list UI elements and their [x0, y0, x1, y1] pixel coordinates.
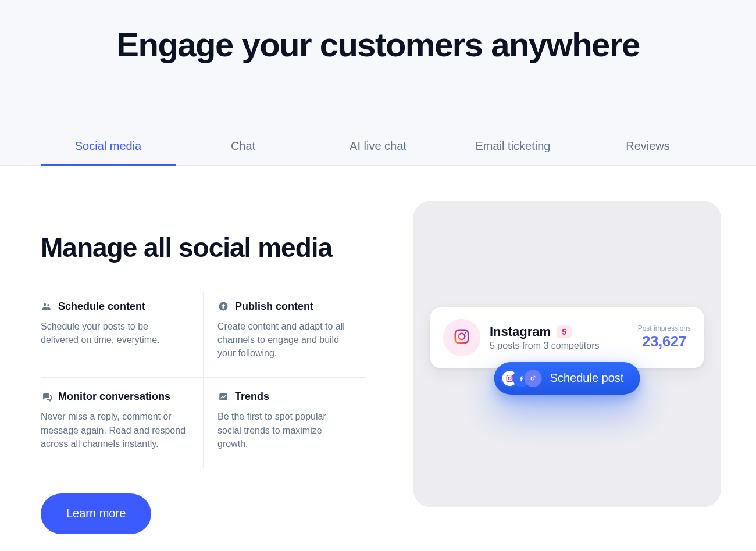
feature-schedule-content: Schedule content Schedule your posts to … [41, 292, 204, 378]
button-label: Learn more [66, 507, 126, 520]
svg-rect-4 [455, 330, 469, 344]
feature-title: Trends [235, 391, 269, 403]
chart-trend-icon [217, 391, 229, 403]
tab-social-media[interactable]: Social media [41, 127, 176, 165]
card-subtitle: 5 posts from 3 competitors [490, 341, 638, 351]
cta: Learn more [41, 493, 366, 534]
impressions-label: Post impressions [638, 324, 691, 332]
learn-more-button[interactable]: Learn more [41, 493, 151, 534]
tab-ai-live-chat[interactable]: AI live chat [311, 127, 445, 165]
feature-title: Monitor conversations [58, 391, 170, 403]
feature-desc: Schedule your posts to be delivered on t… [41, 320, 186, 346]
svg-point-1 [47, 304, 49, 306]
arrow-up-circle-icon [217, 300, 229, 312]
svg-point-9 [511, 376, 512, 377]
instagram-icon [453, 328, 470, 348]
channel-name: Instagram [490, 324, 551, 339]
section-title: Manage all social media [41, 232, 366, 263]
feature-publish-content: Publish content Create content and adapt… [204, 292, 366, 378]
svg-point-0 [44, 303, 47, 306]
schedule-post-button[interactable]: Schedule post [494, 362, 640, 395]
feature-title: Schedule content [58, 300, 145, 313]
feature-head: Trends [217, 391, 352, 403]
impressions-value: 23,627 [638, 332, 691, 350]
right-column: Instagram 5 5 posts from 3 competitors P… [413, 201, 721, 507]
svg-rect-7 [507, 375, 513, 381]
left-column: Manage all social media Schedule content… [41, 201, 366, 534]
channel-card: Instagram 5 5 posts from 3 competitors P… [430, 307, 704, 368]
feature-head: Schedule content [41, 300, 189, 313]
feature-desc: Be the first to spot popular social tren… [217, 410, 352, 450]
svg-point-8 [508, 377, 511, 380]
panel: Instagram 5 5 posts from 3 competitors P… [413, 201, 721, 507]
feature-head: Monitor conversations [41, 391, 189, 403]
content: Manage all social media Schedule content… [0, 166, 756, 551]
tab-email-ticketing[interactable]: Email ticketing [445, 127, 580, 165]
tab-reviews[interactable]: Reviews [580, 127, 715, 165]
count-badge: 5 [557, 325, 572, 338]
tab-label: Social media [75, 139, 142, 153]
tab-chat[interactable]: Chat [176, 127, 311, 165]
tab-label: Email ticketing [476, 139, 551, 153]
pill-label: Schedule post [550, 371, 624, 385]
feature-head: Publish content [217, 300, 352, 313]
features-grid: Schedule content Schedule your posts to … [41, 292, 366, 468]
tab-row: Social media Chat AI live chat Email tic… [41, 127, 715, 165]
content-inner: Manage all social media Schedule content… [41, 201, 715, 534]
chat-bubbles-icon [41, 391, 52, 403]
card-title-row: Instagram 5 [490, 324, 638, 339]
feature-title: Publish content [235, 300, 313, 313]
hero: Engage your customers anywhere Social me… [0, 0, 756, 166]
tiktok-icon [525, 370, 542, 387]
card-main: Instagram 5 5 posts from 3 competitors [490, 324, 638, 351]
card-right: Post impressions 23,627 [638, 324, 691, 350]
page-title: Engage your customers anywhere [87, 26, 669, 63]
feature-trends: Trends Be the first to spot popular soci… [204, 378, 366, 468]
svg-point-6 [465, 332, 466, 334]
feature-monitor-conversations: Monitor conversations Never miss a reply… [41, 378, 204, 468]
tab-label: Chat [231, 139, 255, 153]
pill-avatars [501, 370, 542, 387]
tab-label: Reviews [626, 139, 670, 153]
tab-bar: Social media Chat AI live chat Email tic… [0, 127, 756, 166]
feature-desc: Create content and adapt to all channels… [217, 320, 352, 360]
people-icon [41, 300, 52, 312]
feature-desc: Never miss a reply, comment or message a… [41, 410, 186, 450]
svg-point-5 [459, 334, 465, 340]
instagram-avatar [443, 319, 480, 356]
tab-label: AI live chat [350, 139, 406, 153]
